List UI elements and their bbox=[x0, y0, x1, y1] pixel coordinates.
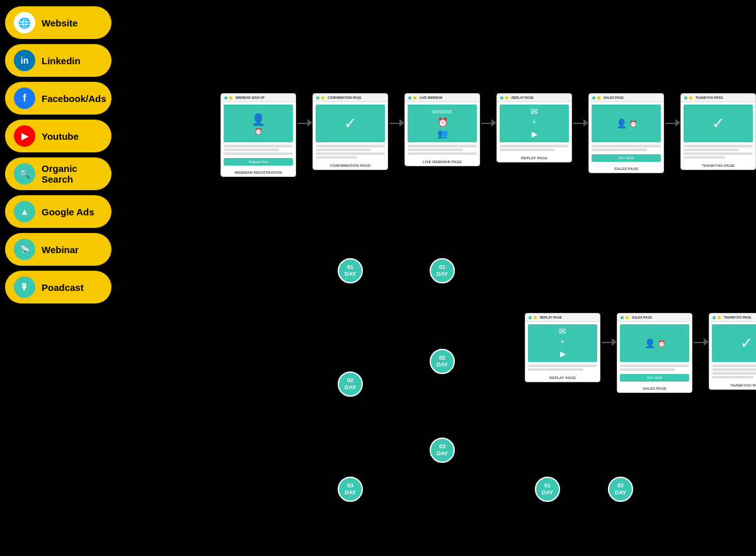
card-title: SALES PAGE bbox=[632, 315, 652, 319]
day-badge-03-2: 03 DAY bbox=[338, 477, 363, 502]
card-image: ✓ bbox=[316, 105, 385, 142]
card-line bbox=[316, 145, 385, 147]
thankyou-page-card: THANKYOU PAGE ✓ THANKYOU PAGE bbox=[680, 93, 756, 170]
card-header: LIVE WEBINAR bbox=[405, 94, 479, 102]
sidebar-item-website[interactable]: 🌐 Website bbox=[5, 6, 112, 39]
card-title: LIVE WEBINAR bbox=[420, 96, 442, 99]
card-body: ✓ bbox=[681, 102, 755, 161]
webinar-registration-card: WEBINAR SIGN UP 👤 ⏰ Register Now WEBINAR… bbox=[220, 93, 296, 177]
card-line bbox=[712, 372, 756, 375]
day-badge-02-3: 02 DAY bbox=[608, 477, 633, 502]
sidebar-item-podcast[interactable]: 🎙 Poadcast bbox=[5, 271, 112, 304]
card-line bbox=[592, 145, 661, 147]
card-line bbox=[408, 145, 477, 147]
card-line bbox=[408, 152, 477, 155]
sidebar-item-label: Organic Search bbox=[42, 163, 103, 184]
card-lines bbox=[224, 145, 293, 155]
card-header: WEBINAR SIGN UP bbox=[221, 94, 295, 102]
card-header: SALES PAGE bbox=[589, 94, 663, 102]
arrow-right-icon bbox=[399, 119, 404, 127]
sidebar-item-label: Website bbox=[42, 18, 77, 28]
card-line bbox=[528, 368, 583, 371]
dot2 bbox=[534, 316, 537, 319]
badge-line1: 01 bbox=[347, 264, 353, 271]
youtube-icon: ▶ bbox=[14, 125, 35, 147]
card-lines bbox=[316, 145, 385, 159]
card-image: 👤 ⏰ bbox=[592, 105, 661, 142]
sales-page-card-2: SALES PAGE 👤 ⏰ BUY NOW SALES PAGE bbox=[617, 313, 692, 393]
card-title: WEBINAR SIGN UP bbox=[236, 96, 265, 99]
card-line bbox=[712, 365, 756, 367]
card-image: ✓ bbox=[684, 105, 753, 142]
buy-now-button[interactable]: BUY NOW bbox=[620, 374, 689, 382]
day-badge-01-1: 01 DAY bbox=[338, 258, 363, 283]
sidebar-item-label: Youtube bbox=[42, 131, 79, 142]
card-footer: REPLAY PAGE bbox=[525, 376, 600, 382]
dot1 bbox=[713, 316, 716, 319]
card-line bbox=[500, 149, 555, 151]
card-line bbox=[592, 149, 647, 151]
card-body: 👤 ⏰ Register Now bbox=[221, 102, 295, 168]
card-footer: CONFIRMATION PAGE bbox=[313, 164, 387, 169]
dot1 bbox=[224, 96, 227, 99]
sidebar-item-linkedin[interactable]: in Linkedin bbox=[5, 44, 112, 77]
buy-now-button[interactable]: BUY NOW bbox=[592, 154, 661, 162]
sidebar-item-google-ads[interactable]: ▲ Google Ads bbox=[5, 195, 112, 228]
arrow-right-icon bbox=[491, 119, 496, 127]
card-line bbox=[224, 152, 293, 155]
card-title: THANKYOU PAGE bbox=[724, 315, 752, 319]
card-image: 👤 ⏰ bbox=[224, 105, 293, 142]
card-line bbox=[224, 149, 279, 151]
card-body: 👤 ⏰ BUY NOW bbox=[617, 322, 692, 384]
arrow-right-icon bbox=[307, 119, 312, 127]
card-line bbox=[528, 365, 597, 367]
card-line bbox=[316, 156, 357, 159]
card-body: ✓ bbox=[313, 102, 387, 161]
dot2 bbox=[689, 96, 692, 99]
arrow-right-icon bbox=[704, 338, 709, 346]
badge-line1: 02 bbox=[439, 355, 445, 361]
day-badge-03-1: 03 DAY bbox=[430, 438, 455, 463]
card-header: THANKYOU PAGE bbox=[681, 94, 755, 102]
dot2 bbox=[413, 96, 416, 99]
badge-line2: DAY bbox=[345, 384, 356, 391]
dot1 bbox=[500, 96, 503, 99]
sidebar-item-facebook[interactable]: f Facebook/Ads bbox=[5, 82, 112, 115]
register-button[interactable]: Register Now bbox=[224, 158, 293, 166]
card-image: 👤 ⏰ bbox=[620, 324, 689, 362]
card-lines bbox=[500, 145, 569, 151]
dot1 bbox=[684, 96, 687, 99]
card-line bbox=[620, 365, 689, 367]
arrow-right-icon bbox=[583, 119, 588, 127]
card-body: ✉ + ▶ bbox=[525, 322, 600, 373]
arrow-right-icon bbox=[675, 119, 680, 127]
card-footer: SALES PAGE bbox=[589, 167, 663, 173]
sales-page-card: SALES PAGE 👤 ⏰ BUY NOW SALES PAGE bbox=[588, 93, 664, 173]
sidebar-item-organic[interactable]: 🔍 Organic Search bbox=[5, 157, 112, 190]
sidebar-item-label: Linkedin bbox=[42, 55, 81, 66]
sidebar-item-label: Facebook/Ads bbox=[42, 93, 106, 104]
linkedin-icon: in bbox=[14, 50, 35, 71]
live-webinar-card: LIVE WEBINAR 00/00/00 ⏰ 👥 LIVE WEBINAR P… bbox=[404, 93, 480, 166]
card-header: REPLAY PAGE bbox=[497, 94, 571, 102]
replay-page-card-2: REPLAY PAGE ✉ + ▶ REPLAY PAGE bbox=[525, 313, 600, 382]
badge-line2: DAY bbox=[542, 489, 553, 496]
dot1 bbox=[316, 96, 319, 99]
organic-search-icon: 🔍 bbox=[14, 163, 35, 184]
card-line bbox=[224, 145, 293, 147]
badge-line1: 03 bbox=[347, 482, 353, 489]
card-lines bbox=[528, 365, 597, 371]
badge-line1: 02 bbox=[347, 377, 353, 384]
card-title: CONFIRMATION PAGE bbox=[328, 96, 362, 99]
sidebar: 🌐 Website in Linkedin f Facebook/Ads ▶ Y… bbox=[0, 0, 117, 556]
dot2 bbox=[229, 96, 232, 99]
card-line bbox=[684, 149, 739, 151]
card-lines bbox=[712, 365, 756, 378]
sidebar-item-label: Google Ads bbox=[42, 207, 94, 217]
card-footer: SALES PAGE bbox=[617, 387, 692, 392]
sidebar-item-webinar[interactable]: 📡 Webinar bbox=[5, 233, 112, 266]
card-footer: LIVE WEBINAR PAGE bbox=[405, 160, 479, 166]
day-badge-02-1: 02 DAY bbox=[430, 349, 455, 374]
badge-line2: DAY bbox=[437, 271, 448, 278]
sidebar-item-youtube[interactable]: ▶ Youtube bbox=[5, 120, 112, 152]
